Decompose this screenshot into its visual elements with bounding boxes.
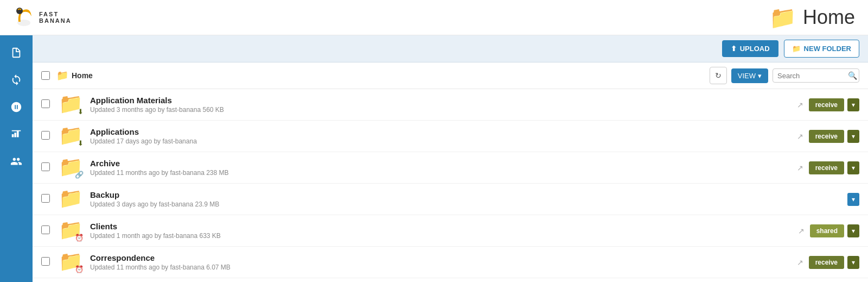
folder-icon: 📁 xyxy=(59,187,83,209)
folder-badge: ⏰ xyxy=(75,265,84,273)
file-meta: Updated 17 days ago by fast-banana xyxy=(90,137,795,145)
file-name: Backup xyxy=(90,190,847,199)
receive-button[interactable]: receive xyxy=(809,130,844,143)
external-link-icon[interactable]: ↗ xyxy=(795,98,806,111)
folder-icon-wrap: 📁 ⏰ xyxy=(59,220,82,242)
view-button[interactable]: VIEW ▾ xyxy=(731,68,768,83)
file-meta: Updated 3 days ago by fast-banana 23.9 M… xyxy=(90,200,847,208)
search-input[interactable] xyxy=(777,72,848,80)
row-actions: ↗ receive ▾ xyxy=(795,256,859,269)
search-box: 🔍 xyxy=(773,68,859,83)
row-checkbox[interactable] xyxy=(41,257,50,266)
dropdown-button[interactable]: ▾ xyxy=(847,98,859,111)
folder-icon-wrap: 📁 ⬇ xyxy=(59,94,82,116)
dropdown-button[interactable]: ▾ xyxy=(847,161,859,174)
row-actions: ↗ shared ▾ xyxy=(796,224,859,237)
table-row: 📁 ⏰ Clients Updated 1 month ago by fast-… xyxy=(33,215,868,247)
breadcrumb-folder-icon: 📁 xyxy=(56,70,68,82)
row-checkbox-wrap xyxy=(41,162,52,173)
row-actions: ↗ receive ▾ xyxy=(795,98,859,111)
file-info: Backup Updated 3 days ago by fast-banana… xyxy=(90,190,847,208)
row-checkbox[interactable] xyxy=(41,225,50,234)
folder-icon-wrap: 📁 🔗 xyxy=(59,157,82,179)
row-checkbox[interactable] xyxy=(41,194,50,203)
table-row: 📁 🔗 Archive Updated 11 months ago by fas… xyxy=(33,152,868,184)
home-folder-icon: 📁 xyxy=(769,5,796,30)
receive-button[interactable]: receive xyxy=(809,98,844,111)
folder-icon-wrap: 📁 xyxy=(59,189,82,210)
row-checkbox-wrap xyxy=(41,257,52,268)
users-icon xyxy=(10,155,22,167)
row-actions: ▾ xyxy=(847,193,859,206)
file-meta: Updated 11 months ago by fast-banana 6.0… xyxy=(90,264,795,271)
download-badge-icon: ⬇ xyxy=(78,139,84,147)
row-checkbox[interactable] xyxy=(41,131,50,140)
upload-icon: ⬆ xyxy=(731,45,737,53)
external-link-icon[interactable]: ↗ xyxy=(796,224,807,237)
sidebar-item-sync[interactable] xyxy=(4,68,28,92)
row-checkbox[interactable] xyxy=(41,99,50,108)
external-link-icon[interactable]: ↗ xyxy=(795,130,806,143)
files-icon xyxy=(10,47,22,59)
file-name: Clients xyxy=(90,222,796,231)
row-checkbox-wrap xyxy=(41,131,52,142)
file-list-area: 📁 Home ↻ VIEW ▾ 🔍 xyxy=(33,62,868,282)
sidebar-item-analytics[interactable] xyxy=(4,122,28,146)
refresh-button[interactable]: ↻ xyxy=(710,67,727,84)
row-checkbox[interactable] xyxy=(41,162,50,171)
row-checkbox-wrap xyxy=(41,99,52,110)
clock-badge-icon: ⏰ xyxy=(75,265,84,273)
shared-button[interactable]: shared xyxy=(810,224,844,237)
file-name: Archive xyxy=(90,159,795,168)
row-checkbox-wrap xyxy=(41,194,52,205)
receive-button[interactable]: receive xyxy=(809,256,844,269)
table-row: 📁 ⬇ Application Materials Updated 3 mont… xyxy=(33,89,868,121)
folder-badge: ⏰ xyxy=(75,233,84,242)
view-dropdown-icon: ▾ xyxy=(758,72,762,80)
file-name: Application Materials xyxy=(90,96,795,105)
receive-button[interactable]: receive xyxy=(809,161,844,174)
action-bar: ⬆ UPLOAD 📁 NEW FOLDER xyxy=(33,35,868,62)
row-actions: ↗ receive ▾ xyxy=(795,130,859,143)
sidebar-item-users[interactable] xyxy=(4,149,28,173)
new-folder-button[interactable]: 📁 NEW FOLDER xyxy=(784,40,859,58)
select-all-checkbox[interactable] xyxy=(41,71,50,80)
page-title: 📁 Home xyxy=(769,5,855,30)
folder-icon-wrap: 📁 ⬇ xyxy=(59,126,82,147)
main-layout: ⬆ UPLOAD 📁 NEW FOLDER 📁 Home ↻ xyxy=(0,35,868,282)
refresh-icon: ↻ xyxy=(715,71,722,80)
breadcrumb: 📁 Home xyxy=(56,70,703,82)
folder-badge: ⬇ xyxy=(78,107,84,116)
clock-badge-icon: ⏰ xyxy=(75,234,84,242)
external-link-icon[interactable]: ↗ xyxy=(795,256,806,269)
file-info: Applications Updated 17 days ago by fast… xyxy=(90,127,795,145)
download-badge-icon: ⬇ xyxy=(78,108,84,116)
dropdown-button[interactable]: ▾ xyxy=(847,130,859,143)
upload-button[interactable]: ⬆ UPLOAD xyxy=(722,40,778,57)
sidebar xyxy=(0,35,33,282)
search-icon: 🔍 xyxy=(848,71,857,80)
dropdown-button[interactable]: ▾ xyxy=(847,224,859,237)
table-row: 📁 ⏰ Correspondence Updated 11 months ago… xyxy=(33,247,868,278)
dropdown-button[interactable]: ▾ xyxy=(847,193,859,206)
dropdown-button[interactable]: ▾ xyxy=(847,256,859,269)
logo-icon xyxy=(13,7,35,28)
logo-text: FAST BANANA xyxy=(39,11,72,24)
list-toolbar: 📁 Home ↻ VIEW ▾ 🔍 xyxy=(33,62,868,89)
content-area: ⬆ UPLOAD 📁 NEW FOLDER 📁 Home ↻ xyxy=(33,35,868,282)
analytics-icon xyxy=(10,128,22,140)
file-meta: Updated 1 month ago by fast-banana 633 K… xyxy=(90,232,796,240)
file-list: 📁 ⬇ Application Materials Updated 3 mont… xyxy=(33,89,868,278)
sidebar-item-activity[interactable] xyxy=(4,95,28,119)
row-checkbox-wrap xyxy=(41,225,52,236)
folder-icon-wrap: 📁 ⏰ xyxy=(59,252,82,273)
file-info: Archive Updated 11 months ago by fast-ba… xyxy=(90,159,795,177)
folder-badge: 🔗 xyxy=(75,170,84,179)
top-header: FAST BANANA 📁 Home xyxy=(0,0,868,35)
external-link-icon[interactable]: ↗ xyxy=(795,161,806,174)
toolbar-right: ↻ VIEW ▾ 🔍 xyxy=(710,67,859,84)
file-meta: Updated 3 months ago by fast-banana 560 … xyxy=(90,106,795,114)
sidebar-item-files[interactable] xyxy=(4,41,28,65)
activity-icon xyxy=(10,101,22,113)
folder-badge: ⬇ xyxy=(78,139,84,147)
